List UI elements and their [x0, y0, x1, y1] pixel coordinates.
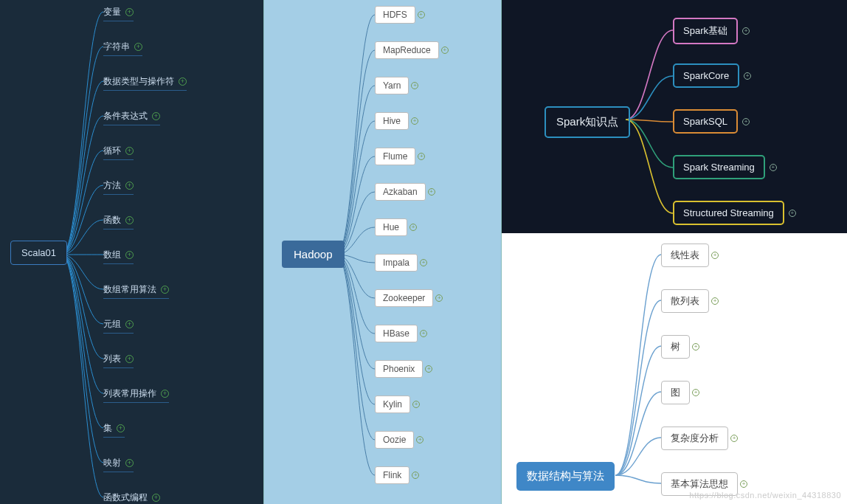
node-label: 数组常用算法 [103, 284, 156, 294]
node-label: 列表常用操作 [103, 388, 156, 398]
node-label: SparkCore [683, 70, 729, 81]
node-label: Spark Streaming [683, 162, 755, 173]
expand-icon[interactable]: + [742, 27, 750, 35]
expand-icon[interactable]: + [152, 112, 160, 120]
scala-child-node[interactable]: 字符串+ [103, 41, 142, 53]
expand-icon[interactable]: + [420, 259, 427, 266]
watermark-text: https://blog.csdn.net/weixin_44318830 [689, 491, 841, 500]
hadoop-child-node[interactable]: Oozie+ [375, 431, 414, 449]
expand-icon[interactable]: + [125, 320, 134, 328]
expand-icon[interactable]: + [411, 117, 418, 125]
hadoop-child-node[interactable]: Flume+ [375, 148, 415, 165]
ds-child-node[interactable]: 复杂度分析+ [661, 427, 728, 450]
scala-child-node[interactable]: 集+ [103, 422, 125, 435]
expand-icon[interactable]: + [161, 286, 169, 294]
expand-icon[interactable]: + [789, 210, 796, 217]
node-label: 变量 [103, 7, 121, 17]
hadoop-child-node[interactable]: Hue+ [375, 218, 407, 236]
node-label: Impala [383, 258, 409, 268]
ds-child-node[interactable]: 图+ [661, 381, 690, 404]
expand-icon[interactable]: + [125, 216, 134, 224]
expand-icon[interactable]: + [409, 224, 417, 231]
node-label: HBase [383, 328, 409, 339]
expand-icon[interactable]: + [742, 118, 750, 125]
spark-child-node[interactable]: Spark基础+ [673, 18, 738, 44]
scala-child-node[interactable]: 列表+ [103, 353, 134, 365]
ds-root-node[interactable]: 数据结构与算法 [516, 462, 615, 491]
expand-icon[interactable]: + [125, 251, 134, 259]
expand-icon[interactable]: + [412, 401, 420, 408]
expand-icon[interactable]: + [692, 343, 699, 351]
hadoop-root-node[interactable]: Hadoop [282, 241, 345, 268]
scala-child-node[interactable]: 元组+ [103, 318, 134, 331]
expand-icon[interactable]: + [411, 82, 418, 89]
spark-child-node[interactable]: Structured Streaming+ [673, 201, 784, 225]
hadoop-child-node[interactable]: Phoenix+ [375, 360, 423, 378]
scala-child-node[interactable]: 数组常用算法+ [103, 283, 169, 296]
expand-icon[interactable]: + [428, 188, 435, 196]
hadoop-child-node[interactable]: Kylin+ [375, 396, 410, 413]
expand-icon[interactable]: + [420, 330, 427, 337]
expand-icon[interactable]: + [425, 365, 432, 373]
expand-icon[interactable]: + [418, 11, 425, 18]
expand-icon[interactable]: + [125, 8, 134, 16]
expand-icon[interactable]: + [125, 147, 134, 155]
scala-child-node[interactable]: 方法+ [103, 179, 134, 192]
node-label: 数据类型与操作符 [103, 76, 174, 86]
spark-child-node[interactable]: SparkCore+ [673, 63, 739, 88]
spark-child-node[interactable]: SparkSQL+ [673, 109, 738, 134]
scala-child-node[interactable]: 变量+ [103, 6, 134, 18]
expand-icon[interactable]: + [730, 435, 738, 442]
spark-root-node[interactable]: Spark知识点 [544, 106, 630, 138]
scala-child-node[interactable]: 映射+ [103, 457, 134, 469]
expand-icon[interactable]: + [125, 182, 134, 190]
expand-icon[interactable]: + [711, 297, 719, 305]
hadoop-child-node[interactable]: HBase+ [375, 325, 418, 342]
expand-icon[interactable]: + [125, 459, 134, 467]
ds-child-node[interactable]: 树+ [661, 335, 690, 359]
hadoop-child-node[interactable]: HDFS+ [375, 6, 415, 24]
expand-icon[interactable]: + [711, 252, 719, 259]
scala-child-node[interactable]: 数据类型与操作符+ [103, 75, 187, 88]
node-label: Kylin [383, 399, 402, 410]
scala-child-node[interactable]: 条件表达式+ [103, 110, 160, 122]
hadoop-child-node[interactable]: Zookeeper+ [375, 289, 433, 307]
expand-icon[interactable]: + [740, 480, 747, 488]
expand-icon[interactable]: + [152, 494, 160, 502]
ds-child-node[interactable]: 散列表+ [661, 289, 709, 313]
node-label: Yarn [383, 80, 401, 91]
hadoop-child-node[interactable]: Hive+ [375, 112, 409, 130]
expand-icon[interactable]: + [441, 46, 449, 54]
expand-icon[interactable]: + [744, 72, 751, 80]
hadoop-child-node[interactable]: Flink+ [375, 466, 409, 484]
expand-icon[interactable]: + [134, 43, 142, 51]
mindmap-scala: Scala01 变量+字符串+数据类型与操作符+条件表达式+循环+方法+函数+数… [0, 0, 263, 504]
expand-icon[interactable]: + [412, 472, 419, 479]
hadoop-child-node[interactable]: MapReduce+ [375, 41, 439, 59]
expand-icon[interactable]: + [435, 294, 443, 302]
scala-child-node[interactable]: 函数+ [103, 214, 134, 227]
expand-icon[interactable]: + [179, 77, 187, 86]
spark-child-node[interactable]: Spark Streaming+ [673, 155, 765, 179]
hadoop-child-node[interactable]: Impala+ [375, 254, 418, 272]
expand-icon[interactable]: + [692, 389, 699, 396]
expand-icon[interactable]: + [161, 390, 169, 398]
node-label: Hive [383, 116, 401, 126]
expand-icon[interactable]: + [770, 164, 777, 171]
node-label: HDFS [383, 10, 407, 20]
scala-child-node[interactable]: 循环+ [103, 145, 134, 157]
scala-root-node[interactable]: Scala01 [10, 241, 67, 265]
expand-icon[interactable]: + [416, 436, 424, 443]
scala-child-node[interactable]: 函数式编程+ [103, 491, 160, 504]
node-label: Oozie [383, 435, 406, 445]
expand-icon[interactable]: + [117, 424, 125, 432]
scala-child-node[interactable]: 列表常用操作+ [103, 387, 169, 400]
node-label: MapReduce [383, 45, 431, 55]
hadoop-child-node[interactable]: Azkaban+ [375, 183, 426, 201]
expand-icon[interactable]: + [125, 355, 134, 363]
hadoop-child-node[interactable]: Yarn+ [375, 77, 409, 94]
scala-child-node[interactable]: 数组+ [103, 249, 134, 261]
node-label: 散列表 [671, 295, 699, 306]
expand-icon[interactable]: + [418, 153, 425, 160]
ds-child-node[interactable]: 线性表+ [661, 244, 709, 267]
